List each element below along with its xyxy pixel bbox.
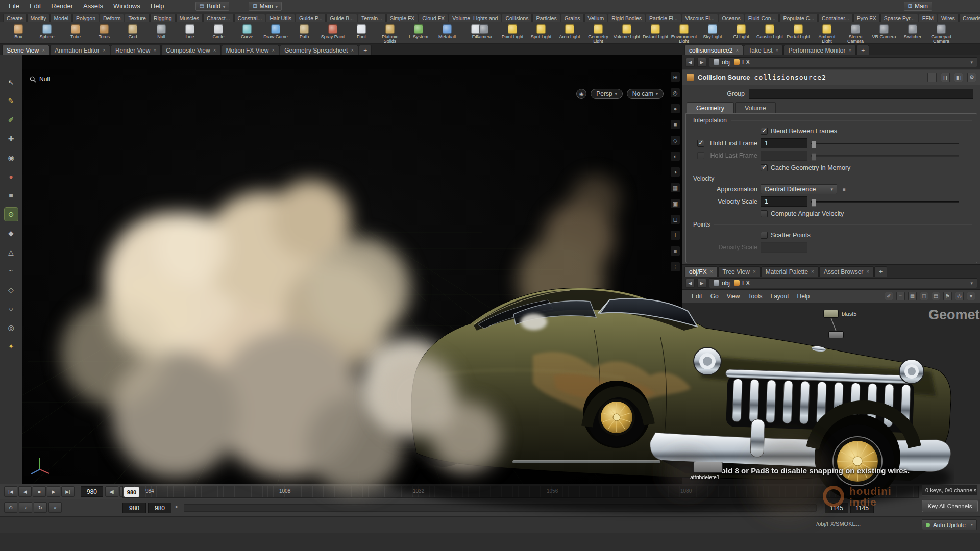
network-crumb-fx[interactable]: FX <box>734 280 750 287</box>
tab-volume[interactable]: Volume <box>735 102 776 113</box>
params-crumb-obj[interactable]: obj <box>714 59 730 66</box>
shelf-tool-geometry-light[interactable]: Geometry Light <box>584 23 612 44</box>
pane-tab-tree-view[interactable]: Tree View× <box>718 266 761 277</box>
shelf-tab-constrai[interactable]: Constrai... <box>234 14 266 22</box>
play-back-button[interactable]: ◀ <box>18 486 32 497</box>
close-icon[interactable]: × <box>848 47 851 53</box>
shelf-tool-box[interactable]: Box <box>4 23 33 44</box>
update-mode-menu[interactable]: Auto Update <box>922 519 977 530</box>
pane-tab-geometry-spreadsheet[interactable]: Geometry Spreadsheet× <box>280 45 358 55</box>
shelf-tool-area-light[interactable]: Area Light <box>555 23 584 44</box>
material-tool-icon[interactable]: ● <box>5 170 18 183</box>
play-button[interactable]: ▶ <box>47 486 60 497</box>
shelf-tool-metaball[interactable]: Metaball <box>433 23 461 44</box>
dependency-icon[interactable]: ◫ <box>920 292 928 300</box>
network-menu-tools[interactable]: Tools <box>744 292 767 301</box>
shelf-tab-deform[interactable]: Deform <box>100 14 124 22</box>
close-icon[interactable]: × <box>213 47 216 53</box>
shelf-tab-polygon[interactable]: Polygon <box>72 14 99 22</box>
hold-last-frame-input[interactable] <box>761 151 807 161</box>
velocity-scale-slider[interactable] <box>811 201 959 203</box>
shelf-tab-model[interactable]: Model <box>50 14 72 22</box>
path-breadcrumb[interactable]: objFX▾ <box>709 278 977 288</box>
range-bar[interactable] <box>184 504 817 512</box>
shelf-tab-guide-p[interactable]: Guide P... <box>296 14 326 22</box>
network-menu-go[interactable]: Go <box>706 292 723 301</box>
pane-tab-collisionsource2[interactable]: collisionsource2× <box>684 45 743 55</box>
shelf-tab-guide-b[interactable]: Guide B... <box>326 14 357 22</box>
sculpt-tool-icon[interactable]: ⊙ <box>5 208 18 221</box>
range-end-field2[interactable]: 1145 <box>850 503 874 513</box>
scene-viewport[interactable]: Null ◉ Persp No cam ⊞◎●■◇◐◑▦▣◻i≡⋮ <box>22 55 682 484</box>
lighting-toggle-icon[interactable]: ◐ <box>671 152 680 161</box>
menu-icon[interactable]: ≡ <box>840 185 848 193</box>
shelf-tool-l-system[interactable]: L-System <box>404 23 433 44</box>
network-menu-layout[interactable]: Layout <box>767 292 793 301</box>
primitive-tool-icon[interactable]: ◆ <box>5 227 18 240</box>
approximation-dropdown[interactable]: Central Difference <box>761 184 837 194</box>
shelf-tab-terrain[interactable]: Terrain... <box>358 14 386 22</box>
blend-between-frames-checkbox[interactable] <box>761 128 768 135</box>
layout-single-icon[interactable]: ⊞ <box>671 72 680 82</box>
shelf-tool-null[interactable]: Null <box>147 23 176 44</box>
shelf-tab-simple-fx[interactable]: Simple FX <box>386 14 418 22</box>
back-button[interactable]: ◀ <box>685 58 695 67</box>
desktop-switch-chip[interactable]: ⊞ Main <box>904 2 932 11</box>
network-menu-help[interactable]: Help <box>793 292 814 301</box>
menu-edit[interactable]: Edit <box>25 1 45 11</box>
hold-last-frame-checkbox[interactable] <box>697 152 704 159</box>
snap-toggle-icon[interactable]: ▣ <box>671 199 680 208</box>
shelf-tab-create[interactable]: Create <box>3 14 27 22</box>
shelf-tab-hair-utils[interactable]: Hair Utils <box>266 14 295 22</box>
range-start-field[interactable]: 980 <box>122 503 146 513</box>
close-icon[interactable]: × <box>736 47 739 53</box>
shelf-tab-pyro-fx[interactable]: Pyro FX <box>853 14 880 22</box>
pane-tab-composite-view[interactable]: Composite View× <box>161 45 220 55</box>
shelf-tool-spray-paint[interactable]: Spray Paint <box>318 23 347 44</box>
shaded-mode-icon[interactable]: ■ <box>671 120 680 129</box>
desktop-main-chip[interactable]: ⊞ Main <box>249 2 282 11</box>
shelf-tab-texture[interactable]: Texture <box>125 14 149 22</box>
close-icon[interactable]: × <box>42 47 45 53</box>
hold-last-frame-slider[interactable] <box>811 155 959 157</box>
camera-select-menu[interactable]: No cam <box>627 89 664 99</box>
params-crumb-fx[interactable]: FX <box>734 59 750 66</box>
forward-button[interactable]: ▶ <box>697 58 706 67</box>
close-icon[interactable]: × <box>866 269 869 274</box>
density-scale-input[interactable] <box>761 242 807 253</box>
pane-tab-take-list[interactable]: Take List× <box>744 45 783 55</box>
shadow-toggle-icon[interactable]: ◑ <box>671 167 680 177</box>
align-icon[interactable]: ≡ <box>896 292 905 300</box>
shelf-tool-volume-light[interactable]: Volume Light <box>612 23 641 44</box>
path-breadcrumb[interactable]: objFX▾ <box>709 57 977 67</box>
network-crumb-obj[interactable]: obj <box>714 280 730 287</box>
shelf-tab-grains[interactable]: Grains <box>561 14 584 22</box>
shelf-tab-fluid-con[interactable]: Fluid Con... <box>745 14 779 22</box>
shelf-tool-grid[interactable]: Grid <box>118 23 147 44</box>
menu-windows[interactable]: Windows <box>109 1 145 11</box>
key-all-channels-button[interactable]: Key All Channels <box>922 500 978 512</box>
paint-tool-icon[interactable]: ✐ <box>5 113 18 127</box>
pane-tab-animation-editor[interactable]: Animation Editor× <box>50 45 110 55</box>
shelf-tool-environment-light[interactable]: Environment Light <box>670 23 698 44</box>
cache-geometry-checkbox[interactable] <box>761 164 768 171</box>
shelf-tab-charact[interactable]: Charact... <box>203 14 234 22</box>
shelf-tool-point-light[interactable]: Point Light <box>498 23 527 44</box>
menu-icon[interactable]: ▾ <box>967 292 975 300</box>
shelf-tool-spot-light[interactable]: Spot Light <box>527 23 555 44</box>
auto-key-icon[interactable]: ⊙ <box>4 502 17 513</box>
loop-icon[interactable]: ↻ <box>34 502 47 513</box>
shelf-tab-wires[interactable]: Wires <box>938 14 959 22</box>
shelf-tool-gamepad-camera[interactable]: Gamepad Camera <box>927 23 955 44</box>
hold-first-frame-checkbox[interactable] <box>697 140 704 147</box>
view-tool-icon[interactable]: ○ <box>5 302 18 315</box>
shelf-tool-path[interactable]: Path <box>290 23 318 44</box>
shelf-tool-tube[interactable]: Tube <box>61 23 90 44</box>
close-icon[interactable]: × <box>153 47 156 53</box>
pane-tab-obj-fx[interactable]: obj/FX× <box>684 266 718 277</box>
shelf-tab-crowds[interactable]: Crowds <box>959 14 980 22</box>
projection-menu[interactable]: Persp <box>591 89 622 99</box>
shelf-tab-viscous-fl[interactable]: Viscous Fl... <box>682 14 718 22</box>
network-menu-edit[interactable]: Edit <box>688 292 706 301</box>
menu-render[interactable]: Render <box>46 1 78 11</box>
